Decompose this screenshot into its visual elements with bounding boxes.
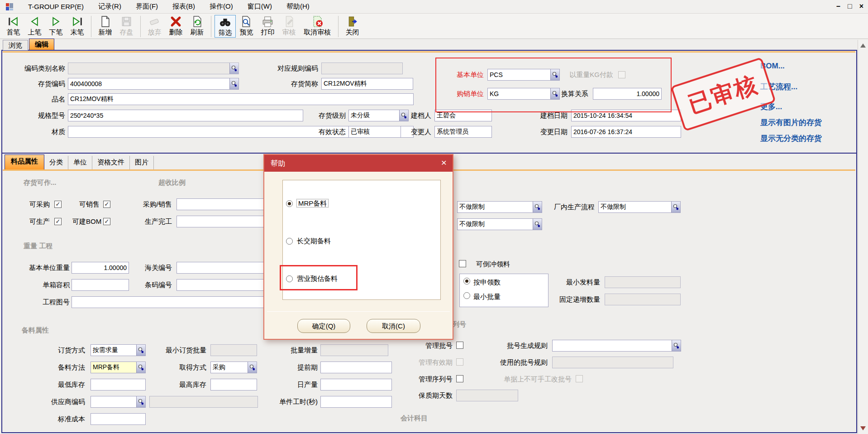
new-button[interactable]: 新增 — [95, 15, 116, 37]
pay-by-kg-checkbox[interactable] — [618, 71, 625, 78]
spec-input[interactable] — [68, 110, 303, 121]
menu-item-report[interactable]: 报表(B) — [172, 2, 195, 11]
inv-code-input[interactable] — [68, 78, 229, 89]
inv-short-input[interactable] — [322, 78, 413, 89]
delete-button[interactable]: 删除 — [165, 15, 186, 37]
lookup-icon[interactable] — [229, 63, 238, 74]
last-record-button[interactable]: 末笔 — [67, 15, 88, 37]
tab-edit[interactable]: 编辑 — [29, 39, 54, 50]
modify-date-input[interactable] — [572, 126, 681, 137]
option-long-lead-radio[interactable] — [286, 238, 293, 245]
lookup-icon[interactable] — [229, 78, 238, 89]
option-long-lead-label[interactable]: 长交期备料 — [297, 236, 331, 246]
batch-rule-input[interactable] — [553, 340, 672, 351]
barcode-input[interactable] — [177, 280, 265, 290]
trade-unit-input[interactable] — [488, 88, 550, 99]
subtab-unit[interactable]: 单位 — [68, 156, 92, 169]
close-button[interactable]: 关闭 — [342, 15, 363, 37]
can-purchase-checkbox[interactable]: ✓ — [54, 201, 62, 208]
issue-by-request-radio[interactable] — [463, 278, 470, 285]
conversion-input[interactable] — [593, 88, 661, 99]
modifier-input[interactable] — [435, 126, 491, 137]
dialog-ok-button[interactable]: 确定(Q) — [297, 319, 350, 333]
lookup-icon[interactable] — [533, 219, 542, 230]
lookup-icon[interactable] — [672, 340, 681, 351]
minimize-icon[interactable]: – — [836, 1, 840, 11]
unit-hours-input[interactable] — [321, 396, 391, 407]
option-sales-forecast-label[interactable]: 营业预估备料 — [297, 274, 338, 284]
daily-output-input[interactable] — [321, 379, 391, 390]
scroll-up-icon[interactable] — [859, 43, 867, 49]
discard-button[interactable]: 放弃 — [144, 15, 165, 37]
menu-item-record[interactable]: 记录(R) — [98, 2, 121, 11]
manage-serial-checkbox[interactable] — [456, 375, 463, 382]
drawing-no-input[interactable] — [72, 297, 265, 308]
shelf-days-input[interactable] — [457, 390, 518, 401]
can-bom-checkbox[interactable]: ✓ — [103, 218, 110, 225]
subtab-category[interactable]: 分类 — [44, 156, 68, 169]
base-unit-weight-input[interactable] — [72, 262, 129, 273]
min-stock-input[interactable] — [91, 379, 145, 390]
used-batch-rule-input[interactable] — [553, 357, 673, 368]
prev-record-button[interactable]: 上笔 — [24, 15, 45, 37]
close-window-icon[interactable]: × — [859, 1, 863, 11]
production-done-input[interactable] — [177, 216, 265, 227]
scroll-down-icon[interactable] — [859, 425, 867, 431]
manage-batch-checkbox[interactable] — [456, 342, 463, 349]
customs-code-input[interactable] — [177, 262, 265, 273]
lookup-icon[interactable] — [671, 202, 680, 212]
unapprove-button[interactable]: 取消审核 — [300, 15, 335, 37]
product-name-input[interactable] — [68, 94, 413, 105]
can-produce-checkbox[interactable]: ✓ — [54, 218, 62, 225]
menu-item-operation[interactable]: 操作(O) — [210, 2, 233, 11]
prep-method-input[interactable] — [91, 362, 136, 373]
lookup-icon[interactable] — [550, 69, 559, 80]
lookup-icon[interactable] — [248, 362, 257, 373]
rule-code-input[interactable] — [322, 63, 402, 74]
creator-input[interactable] — [435, 110, 491, 121]
fixed-increment-input[interactable] — [605, 294, 680, 305]
restore-icon[interactable]: □ — [848, 1, 852, 11]
lookup-icon[interactable] — [136, 345, 145, 356]
batch-increment-input[interactable] — [321, 345, 388, 356]
restrict1-input[interactable] — [458, 202, 533, 212]
lookup-icon[interactable] — [136, 396, 145, 407]
lead-time-input[interactable] — [321, 362, 391, 373]
create-date-input[interactable] — [572, 110, 681, 121]
link-show-with-images[interactable]: 显示有图片的存货 — [760, 117, 822, 128]
purchase-sale-input[interactable] — [177, 199, 265, 210]
max-stock-input[interactable] — [211, 379, 257, 390]
restrict2-input[interactable] — [458, 219, 533, 230]
lookup-icon[interactable] — [533, 202, 542, 212]
can-sell-checkbox[interactable]: ✓ — [103, 201, 110, 208]
save-button[interactable]: 存盘 — [116, 15, 137, 37]
option-mrp-radio[interactable] — [286, 200, 293, 207]
min-order-qty-input[interactable] — [211, 345, 257, 356]
subtab-qualification[interactable]: 资格文件 — [92, 156, 130, 169]
approve-button[interactable]: 审核 — [278, 15, 300, 37]
acquire-mode-input[interactable] — [211, 362, 248, 373]
dialog-cancel-button[interactable]: 取消(C) — [367, 319, 420, 333]
menu-item-window[interactable]: 窗口(W) — [248, 2, 272, 11]
menu-item-help[interactable]: 帮助(H) — [286, 2, 310, 11]
option-sales-forecast-radio[interactable] — [286, 275, 293, 282]
min-issue-qty-input[interactable] — [605, 277, 680, 288]
backflush-checkbox[interactable] — [459, 260, 466, 267]
base-unit-input[interactable] — [488, 69, 550, 80]
refresh-button[interactable]: 刷新 — [186, 15, 208, 37]
manage-expiry-checkbox[interactable] — [456, 358, 463, 366]
tab-browse[interactable]: 浏览 — [3, 40, 28, 50]
inv-level-input[interactable] — [349, 110, 399, 121]
menu-item-interface[interactable]: 界面(F) — [136, 2, 158, 11]
next-record-button[interactable]: 下笔 — [45, 15, 67, 37]
filter-button[interactable]: 筛选 — [215, 15, 236, 38]
menu-item-app[interactable]: T-GROUP ERP(E) — [28, 3, 84, 10]
supplier-code-input[interactable] — [91, 396, 136, 407]
dialog-close-icon[interactable]: × — [441, 155, 447, 172]
vertical-scrollbar[interactable] — [858, 40, 868, 434]
subtab-item-props[interactable]: 料品属性 — [5, 154, 44, 169]
order-mode-input[interactable] — [91, 345, 136, 356]
link-show-uncategorized[interactable]: 显示无分类的存货 — [760, 133, 822, 144]
preview-button[interactable]: 预览 — [236, 15, 257, 37]
subtab-picture[interactable]: 图片 — [130, 156, 154, 169]
